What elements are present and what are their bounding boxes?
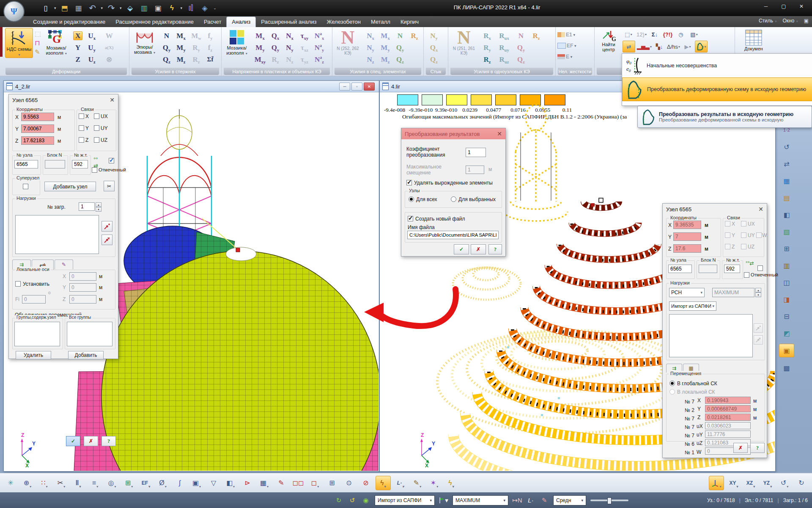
stiffness-e1-button[interactable]: E1▾ — [557, 30, 576, 40]
polyline-icon[interactable]: ∫ — [173, 476, 187, 490]
select-results-icon[interactable]: ⬚▾ — [623, 29, 634, 40]
undo-icon[interactable]: ↶ — [87, 3, 98, 14]
spec-qz-button[interactable]: Qz — [395, 55, 406, 64]
supernode-checkbox[interactable] — [23, 184, 28, 189]
compass-icon[interactable]: ⊕▾ — [20, 476, 35, 490]
menu-item-initial-imperfections[interactable]: φ0 e0 Начальные несовершенства — [622, 54, 812, 77]
stiffness-e-button[interactable]: E▾ — [557, 52, 576, 62]
flags-icon[interactable]: ▦ — [779, 174, 794, 187]
rotate-icon[interactable]: ↻ — [794, 476, 809, 490]
plate-qx-button[interactable]: Qx — [270, 32, 281, 40]
group-label-joint[interactable]: Стык — [426, 68, 446, 75]
plate-txz-button[interactable]: τxz — [299, 44, 310, 52]
rotate-view-icon[interactable]: ↺ — [779, 141, 794, 153]
restraint-uz-checkbox[interactable] — [94, 137, 99, 143]
sheet-icon[interactable]: ▥ — [779, 259, 794, 272]
plane-xz-button[interactable]: XZ▾ — [743, 476, 758, 490]
info-icon[interactable]: ◩ — [779, 327, 794, 340]
help-button[interactable]: ? — [102, 436, 116, 446]
iso-axes-icon[interactable]: ▾ — [709, 476, 724, 490]
stiffness-ef-button[interactable]: EF▾ — [139, 476, 153, 490]
tab-advanced-edit[interactable]: Расширенное редактирование — [110, 17, 199, 27]
cut-node-button[interactable]: ✂ — [104, 181, 115, 191]
shield-icon[interactable]: ◉ — [361, 496, 370, 505]
isofield-icon[interactable]: ▤ — [779, 191, 794, 204]
open-file-icon[interactable]: ⬒ — [59, 3, 70, 14]
load-case-combo[interactable]: РСН▾ — [669, 288, 705, 297]
create-new-file-checkbox[interactable] — [408, 216, 413, 221]
transform-dialog-title[interactable]: Преобразование результатов ✕ — [401, 128, 505, 139]
spec-rz-button[interactable]: Rz — [409, 32, 420, 40]
plate-mosaic-button[interactable]: Мозаика/изополя ▾ — [223, 28, 250, 56]
layers-icon[interactable]: ◫ — [779, 276, 794, 289]
rings-icon[interactable]: ◎▾ — [105, 476, 119, 490]
snowflake-icon[interactable]: ✳ — [3, 476, 18, 490]
deform-y-button[interactable]: Y — [74, 44, 82, 52]
spec-ny-button[interactable]: Ny — [365, 44, 376, 52]
group-label-deformations[interactable]: Деформации — [5, 68, 127, 75]
find-center-button[interactable]: G Найти центр — [596, 28, 621, 52]
rod-fy-button[interactable]: fy — [206, 32, 214, 40]
empty-set-icon[interactable]: Ø▾ — [156, 476, 170, 490]
rod-mz-button[interactable]: Mz — [175, 55, 187, 64]
plane-yz-button[interactable]: YZ▾ — [760, 476, 775, 490]
length-display-button[interactable]: L·▾ — [393, 476, 408, 490]
snapshot-icon[interactable]: ▣ — [153, 3, 164, 14]
single-rx-button[interactable]: Rx — [482, 32, 493, 40]
apply-button[interactable]: ✓ — [66, 436, 80, 446]
plate-nz-button[interactable]: Nz — [285, 55, 295, 64]
plate-my-button[interactable]: My — [254, 44, 266, 52]
restraint-y-checkbox[interactable] — [79, 125, 84, 131]
import-combo[interactable]: Импорт из САПФИ▾ — [669, 301, 716, 311]
spec-mx-button[interactable]: Mx — [379, 32, 391, 40]
rod-qz-button[interactable]: Qz — [161, 55, 172, 64]
left-minimize-button[interactable]: ─ — [339, 83, 350, 91]
check-warnings-button[interactable]: {?!} — [662, 29, 674, 40]
delete-group-button[interactable]: Удалить — [16, 351, 51, 359]
special-n-button[interactable]: N N (252, 262 КЭ) — [334, 28, 362, 55]
load-number-spinner[interactable]: ▲▼ — [96, 202, 102, 212]
arrow-n-icon[interactable]: ↦N — [513, 496, 522, 505]
rod-rz-button[interactable]: Rz — [191, 55, 202, 64]
spec-mz-button[interactable]: Mz — [379, 55, 392, 64]
torch-icon[interactable]: ϟ▾ — [376, 476, 391, 490]
zoom-cancel-icon[interactable]: ⊘ — [359, 476, 373, 490]
plate-txy-button[interactable]: τxy — [299, 32, 310, 40]
red-frame-icon[interactable]: ◻◻ — [291, 476, 305, 490]
refresh-green-icon[interactable]: ↻ — [334, 496, 343, 505]
crop-icon[interactable]: ◧▾ — [223, 476, 238, 490]
zoom-icon[interactable]: ⊙ — [342, 476, 356, 490]
single-rux-button[interactable]: Rux — [497, 32, 510, 40]
rod-my-button[interactable]: My — [175, 44, 187, 52]
auto-checkbox[interactable] — [109, 158, 114, 163]
deform-uz-button[interactable]: Uz — [87, 55, 97, 64]
add-node-button[interactable]: Добавить узел — [44, 182, 96, 191]
single-rz2-button[interactable]: Rz — [482, 55, 493, 64]
maximize-button[interactable]: ▢ — [776, 2, 792, 11]
swap-nodes-icon[interactable]: °°⇄ — [746, 260, 754, 266]
single-n2-button[interactable]: N — [517, 32, 525, 40]
flash-caret-icon[interactable]: ▾ — [181, 6, 183, 10]
red-frame2-icon[interactable]: ◻▾ — [308, 476, 322, 490]
joint-ny-button[interactable]: Ny — [428, 32, 439, 40]
brush-icon[interactable]: ✎ — [274, 476, 288, 490]
all-groups-listbox[interactable] — [67, 322, 112, 346]
refresh-mosaic-button[interactable]: ⇄ — [623, 41, 635, 52]
rod-n-button[interactable]: N — [162, 32, 171, 40]
restraint-uy-checkbox[interactable] — [94, 125, 99, 131]
lightning-icon[interactable]: ϟ▾ — [444, 476, 458, 490]
delete-load-button[interactable] — [102, 235, 112, 245]
minimize-button[interactable]: ─ — [758, 2, 774, 11]
plate-rz-button[interactable]: Rz — [270, 55, 281, 64]
plate-ny-button[interactable]: Ny — [284, 44, 295, 52]
rod-qy-button[interactable]: Qy — [161, 44, 173, 52]
criterion-spinner[interactable]: ▲▼ — [755, 288, 761, 297]
model-cube-icon[interactable]: ⬙ — [125, 3, 136, 14]
transform-help-button[interactable]: ? — [488, 244, 502, 254]
plane-xy-button[interactable]: XY▾ — [727, 476, 741, 490]
loads-listbox[interactable] — [15, 215, 99, 254]
tab-advanced-analysis[interactable]: Расширенный анализ — [256, 17, 321, 27]
qat-more-caret-icon[interactable]: ⌄ — [213, 6, 217, 10]
rod-mx-button[interactable]: Mx — [175, 32, 187, 40]
node-dialog-left-title[interactable]: Узел 6565 ✕ — [9, 94, 118, 105]
